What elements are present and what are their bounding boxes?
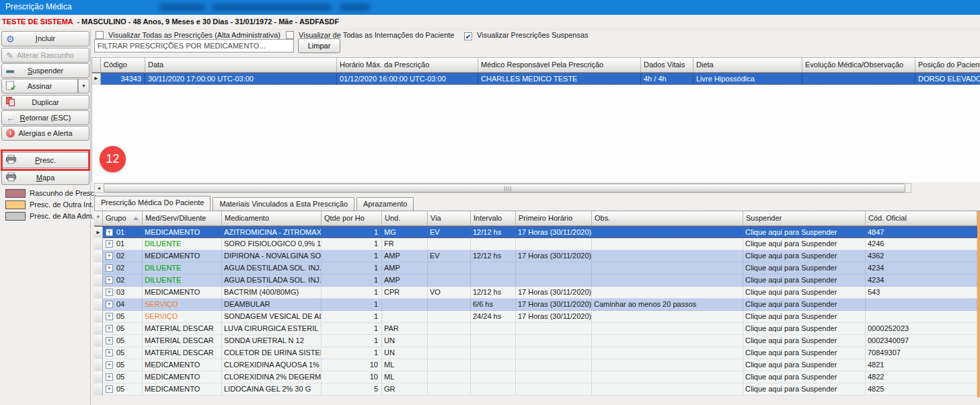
checkbox-icon[interactable] xyxy=(96,31,104,39)
copy-documents-icon xyxy=(6,97,15,108)
cell-primeiro_horario xyxy=(516,274,592,287)
column-header-intervalo[interactable]: Intervalo xyxy=(471,211,516,226)
item-row[interactable]: +05MEDICAMENTOLIDOCAINA GEL 2% 30 G5GRCl… xyxy=(94,383,977,396)
column-header-medico[interactable]: Médico Responsável Pela Prescrição xyxy=(478,58,641,73)
item-row[interactable]: +02MEDICAMENTODIPIRONA - NOVALGINA SOL I… xyxy=(94,250,977,262)
suspend-link[interactable]: Clique aqui para Suspender xyxy=(743,323,866,335)
column-header-data[interactable]: Data xyxy=(145,58,337,73)
alert-circle-icon: ! xyxy=(6,129,15,138)
tab-materiais-vinculados[interactable]: Materiais Vinculados a Esta Prescrição xyxy=(213,197,354,211)
column-header-primeiro_horario[interactable]: Primeiro Horário xyxy=(516,211,592,226)
column-header-obs[interactable]: Obs. xyxy=(592,211,743,226)
column-header-cod_oficial[interactable]: Cód. Oficial xyxy=(866,211,977,226)
item-row[interactable]: +05SERVIÇOSONDAGEM VESICAL DE ALíVIO124/… xyxy=(94,311,977,323)
suspend-link[interactable]: Clique aqui para Suspender xyxy=(743,262,866,274)
suspender-button[interactable]: Suspender xyxy=(1,63,89,78)
cell-grupo: +05 xyxy=(103,371,143,383)
tab-prescricao-medica[interactable]: Prescrição Médica Do Paciente xyxy=(94,196,211,211)
expand-icon[interactable]: + xyxy=(106,229,113,236)
expand-icon[interactable]: + xyxy=(106,289,113,296)
expand-icon[interactable]: + xyxy=(106,264,113,272)
item-row[interactable]: ►+01MEDICAMENTOAZITROMICINA - ZITROMAX P… xyxy=(94,226,977,238)
suspend-link[interactable]: Clique aqui para Suspender xyxy=(743,383,866,396)
alergias-alerta-button[interactable]: ! Alergias e Alerta xyxy=(1,126,89,141)
item-row[interactable]: +05MEDICAMENTOCLOREXIDINA 2% DEGERMANTE1… xyxy=(94,371,977,383)
expand-icon[interactable]: + xyxy=(106,349,113,357)
column-header-qtde[interactable]: Qtde por Ho xyxy=(322,211,382,226)
cell-tipo: MEDICAMENTO xyxy=(143,371,222,383)
suspend-link[interactable]: Clique aqui para Suspender xyxy=(743,311,866,323)
suspend-link[interactable]: Clique aqui para Suspender xyxy=(743,299,866,311)
item-row[interactable]: +02DILUENTEAGUA DESTILADA SOL. INJ. 10 M… xyxy=(94,262,977,274)
checkbox-icon[interactable] xyxy=(286,31,294,39)
expand-icon[interactable]: + xyxy=(106,385,113,393)
cell-qtde: 1 xyxy=(322,250,382,262)
prescription-row[interactable]: ► 34343 30/11/2020 17:00:00 UTC-03:00 01… xyxy=(92,73,980,85)
checkbox-visualizar-suspensas[interactable]: ✔ Visualizar Prescrições Suspensas xyxy=(464,31,589,40)
column-header-grupo[interactable]: Grupo xyxy=(103,211,143,226)
cell-medicamento: COLETOR DE URINA SISTEMA xyxy=(222,347,322,359)
incluir-button[interactable]: ⚙ Incluir xyxy=(1,31,89,46)
scrollbar-thumb[interactable] xyxy=(104,184,905,192)
suspend-link[interactable]: Clique aqui para Suspender xyxy=(743,287,866,299)
retornar-button[interactable]: ← Retornar (ESC) xyxy=(1,110,89,125)
alterar-rascunho-button[interactable]: ✎ Alterar Rascunho xyxy=(1,48,89,63)
item-row[interactable]: +05MATERIAL DESCARSONDA URETRAL N 121UNC… xyxy=(94,335,977,347)
limpar-button[interactable]: Limpar xyxy=(298,38,340,53)
suspend-link[interactable]: Clique aqui para Suspender xyxy=(743,335,866,347)
checkbox-icon[interactable]: ✔ xyxy=(464,32,472,40)
item-row[interactable]: +04SERVIÇODEAMBULAR16/6 hs17 Horas (30/1… xyxy=(94,299,977,311)
column-header-via[interactable]: Via xyxy=(428,211,471,226)
duplicar-button[interactable]: Duplicar xyxy=(1,95,89,110)
column-header-medicamento[interactable]: Medicamento xyxy=(222,211,322,226)
expand-icon[interactable]: + xyxy=(106,313,113,320)
column-header-tipo[interactable]: Med/Serv/Diluente xyxy=(143,211,222,226)
assinar-dropdown-button[interactable]: ▼ xyxy=(78,79,89,94)
horizontal-scrollbar[interactable]: ◄ xyxy=(94,183,911,193)
presc-print-button[interactable]: Presc. xyxy=(1,152,89,168)
cell-medico: CHARLLES MEDICO TESTE xyxy=(478,73,641,85)
item-row[interactable]: +02DILUENTEAGUA DESTILADA SOL. INJ. 10 M… xyxy=(94,274,977,287)
suspend-link[interactable]: Clique aqui para Suspender xyxy=(743,238,866,250)
suspend-link[interactable]: Clique aqui para Suspender xyxy=(743,359,866,371)
assinar-button[interactable]: ✔ Assinar xyxy=(1,79,78,94)
cell-medicamento: CLOREXIDINA AQUOSA 1% 100ML xyxy=(222,359,322,371)
column-header-und[interactable]: Und. xyxy=(382,211,428,226)
item-row[interactable]: +05MATERIAL DESCARLUVA CIRURGICA ESTERIL… xyxy=(94,323,977,335)
cell-cod_oficial: 0000252023 xyxy=(866,323,977,335)
medication-filter-input[interactable] xyxy=(94,39,294,52)
item-row[interactable]: +05MEDICAMENTOCLOREXIDINA AQUOSA 1% 100M… xyxy=(94,359,977,371)
expand-icon[interactable]: + xyxy=(106,337,113,344)
expand-icon[interactable]: + xyxy=(106,373,113,381)
suspend-link[interactable]: Clique aqui para Suspender xyxy=(743,250,866,262)
cell-obs xyxy=(592,250,743,262)
expand-icon[interactable]: + xyxy=(106,301,113,308)
expand-icon[interactable]: + xyxy=(106,252,113,260)
item-row[interactable]: +03MEDICAMENTOBACTRIM (400/80MG)1CPRVO12… xyxy=(94,287,977,299)
cell-intervalo: 12/12 hs xyxy=(471,227,516,239)
column-header-dados-vitais[interactable]: Dados Vitais xyxy=(641,58,693,73)
legend-item: Rascunho de Presc. xyxy=(0,188,91,199)
column-header-evolucao[interactable]: Evolução Médica/Observação xyxy=(802,58,915,73)
tab-aprazamento[interactable]: Aprazamento xyxy=(356,197,414,211)
suspend-link[interactable]: Clique aqui para Suspender xyxy=(743,347,866,359)
column-header-codigo[interactable]: Código xyxy=(101,58,145,73)
expand-icon[interactable]: + xyxy=(106,361,113,369)
mapa-print-button[interactable]: Mapa xyxy=(1,170,89,185)
cell-tipo: MATERIAL DESCAR xyxy=(143,323,222,335)
suspend-link[interactable]: Clique aqui para Suspender xyxy=(743,227,866,239)
suspend-link[interactable]: Clique aqui para Suspender xyxy=(743,274,866,287)
cell-intervalo xyxy=(471,371,516,383)
expand-icon[interactable]: + xyxy=(106,277,113,284)
item-row[interactable]: +05MATERIAL DESCARCOLETOR DE URINA SISTE… xyxy=(94,347,977,359)
suspend-link[interactable]: Clique aqui para Suspender xyxy=(743,371,866,383)
column-header-horario-max[interactable]: Horário Máx. da Prescrição xyxy=(337,58,478,73)
column-header-posicao[interactable]: Posição do Paciente xyxy=(915,58,980,73)
prescriptions-grid: Código Data Horário Máx. da Prescrição M… xyxy=(91,57,980,182)
expand-icon[interactable]: + xyxy=(106,325,113,332)
scroll-left-arrow-icon[interactable]: ◄ xyxy=(95,184,103,192)
column-header-dieta[interactable]: Dieta xyxy=(693,58,802,73)
column-header-suspender[interactable]: Suspender xyxy=(743,211,866,226)
item-row[interactable]: +01DILUENTESORO FISIOLOGICO 0,9% 100 ML1… xyxy=(94,238,977,250)
expand-icon[interactable]: + xyxy=(106,240,113,248)
